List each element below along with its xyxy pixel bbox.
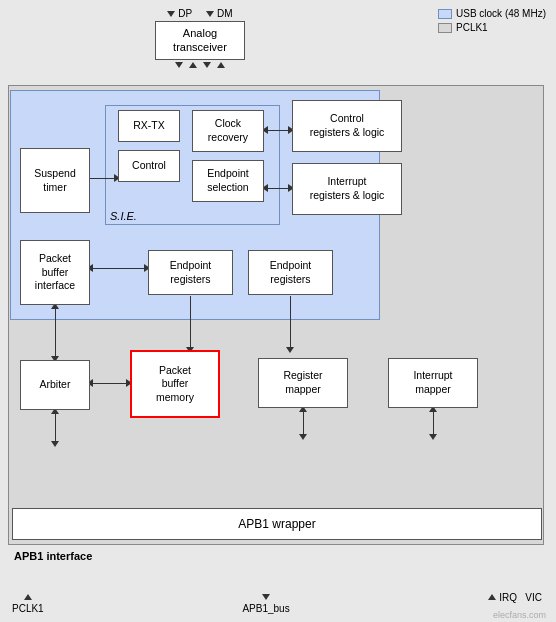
- arrow-arbiter-down: [55, 410, 56, 445]
- endpoint-selection-label: Endpointselection: [207, 167, 248, 194]
- interrupt-mapper-label: Interruptmapper: [413, 369, 452, 396]
- dp-label: DP: [178, 8, 192, 19]
- legend-usb-box: [438, 9, 452, 19]
- dm-label: DM: [217, 8, 233, 19]
- apb1-bus-label-area: APB1_bus: [242, 592, 289, 614]
- packet-buffer-interface-label: Packetbufferinterface: [35, 252, 75, 293]
- apb-wrapper-label: APB1 wrapper: [238, 517, 315, 531]
- watermark: elecfans.com: [493, 610, 546, 620]
- arrow4: [217, 62, 225, 68]
- legend-usb-label: USB clock (48 MHz): [456, 8, 546, 19]
- arrowhead-arbiter-down: [51, 441, 59, 447]
- main-container: USB clock (48 MHz) PCLK1 DP DM Analogtra…: [0, 0, 556, 622]
- packet-buffer-memory-box: Packetbuffermemory: [130, 350, 220, 418]
- sie-label: S.I.E.: [110, 210, 137, 222]
- control-registers-label: Controlregisters & logic: [310, 112, 385, 139]
- arrow-arbiter-to-pbm: [90, 383, 130, 384]
- irq-arrow: [488, 594, 496, 600]
- pclk1-label: PCLK1: [12, 603, 44, 614]
- arrowhead-reg-mapper-down: [299, 434, 307, 440]
- suspend-timer-label: Suspendtimer: [34, 167, 75, 194]
- packet-buffer-memory-label: Packetbuffermemory: [156, 364, 194, 405]
- control-registers-box: Controlregisters & logic: [292, 100, 402, 152]
- rx-tx-box: RX-TX: [118, 110, 180, 142]
- pclk1-arrow: [24, 594, 32, 600]
- interrupt-registers-label: Interruptregisters & logic: [310, 175, 385, 202]
- arrow-ep-down-1: [190, 296, 191, 351]
- clock-recovery-label: Clockrecovery: [208, 117, 248, 144]
- control-box: Control: [118, 150, 180, 182]
- packet-buffer-interface-box: Packetbufferinterface: [20, 240, 90, 305]
- irq-vic-label-area: IRQ VIC: [488, 592, 542, 603]
- irq-label: IRQ: [499, 592, 517, 603]
- suspend-timer-box: Suspendtimer: [20, 148, 90, 213]
- rx-tx-label: RX-TX: [133, 119, 165, 133]
- vic-label: VIC: [525, 592, 542, 603]
- dm-arrow-down: [206, 11, 214, 17]
- arrows-below-transceiver: [155, 62, 245, 68]
- endpoint-registers-left-box: Endpointregisters: [148, 250, 233, 295]
- register-mapper-label: Registermapper: [283, 369, 322, 396]
- register-mapper-box: Registermapper: [258, 358, 348, 408]
- dp-dm-labels: DP DM: [155, 8, 245, 19]
- legend-pclk-label: PCLK1: [456, 22, 488, 33]
- arrow3: [203, 62, 211, 68]
- arrow1: [175, 62, 183, 68]
- endpoint-registers-right-label: Endpointregisters: [270, 259, 311, 286]
- analog-transceiver-area: DP DM Analogtransceiver: [155, 8, 245, 70]
- arrowhead-int-mapper-down: [429, 434, 437, 440]
- legend-pclk: PCLK1: [438, 22, 546, 33]
- arrow-pbi-to-ep: [90, 268, 148, 269]
- legend-pclk-box: [438, 23, 452, 33]
- bottom-labels: PCLK1 APB1_bus IRQ VIC: [12, 592, 542, 614]
- arbiter-label: Arbiter: [40, 378, 71, 392]
- dm-arrow-group: DM: [206, 8, 232, 19]
- control-label: Control: [132, 159, 166, 173]
- analog-transceiver-label: Analogtransceiver: [173, 27, 227, 53]
- dp-arrow-group: DP: [167, 8, 192, 19]
- arrowhead-ep-down-2: [286, 347, 294, 353]
- endpoint-registers-right-box: Endpointregisters: [248, 250, 333, 295]
- apb-wrapper-box: APB1 wrapper: [12, 508, 542, 540]
- legend: USB clock (48 MHz) PCLK1: [438, 8, 546, 33]
- apb1-bus-arrow: [262, 594, 270, 600]
- arrow2: [189, 62, 197, 68]
- dp-arrow-down: [167, 11, 175, 17]
- arrow-pbi-down: [55, 305, 56, 360]
- clock-recovery-box: Clockrecovery: [192, 110, 264, 152]
- analog-transceiver-box: Analogtransceiver: [155, 21, 245, 60]
- arbiter-box: Arbiter: [20, 360, 90, 410]
- apb-interface-label: APB1 interface: [14, 550, 92, 562]
- pclk1-label-area: PCLK1: [12, 592, 44, 614]
- interrupt-mapper-box: Interruptmapper: [388, 358, 478, 408]
- apb1-bus-label: APB1_bus: [242, 603, 289, 614]
- legend-usb: USB clock (48 MHz): [438, 8, 546, 19]
- arrow-ep-down-2: [290, 296, 291, 351]
- endpoint-registers-left-label: Endpointregisters: [170, 259, 211, 286]
- interrupt-registers-box: Interruptregisters & logic: [292, 163, 402, 215]
- endpoint-selection-box: Endpointselection: [192, 160, 264, 202]
